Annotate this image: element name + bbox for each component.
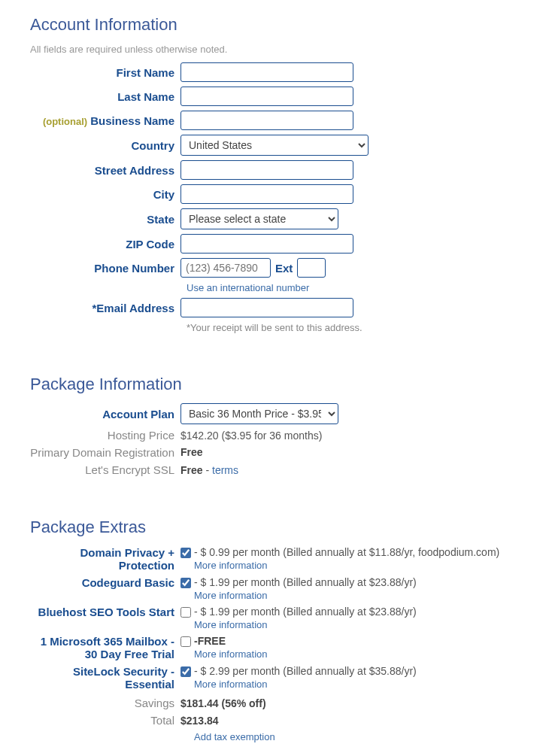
first-name-label: First Name [30,66,180,79]
email-label: *Email Address [30,302,180,314]
extra-price-privacy: - $ 0.99 per month (Billed annually at $… [194,546,499,558]
extra-price-seo: - $ 1.99 per month (Billed annually at $… [194,606,417,618]
extra-price-codeguard: - $ 1.99 per month (Billed annually at $… [194,576,417,588]
extra-checkbox-privacy[interactable] [180,548,191,558]
total-label: Total [30,714,180,727]
zip-input[interactable] [180,234,353,254]
ssl-terms-link[interactable]: terms [212,464,238,476]
account-heading: Account Information [30,15,519,35]
ssl-label: Let's Encrypt SSL [30,463,180,476]
intl-number-link[interactable]: Use an international number [187,282,519,293]
hosting-price-value: $142.20 ($3.95 for 36 months) [180,430,322,442]
more-info-link[interactable]: More information [194,560,519,571]
extra-price-sitelock: - $ 2.99 per month (Billed annually at $… [194,665,417,677]
savings-label: Savings [30,697,180,709]
optional-tag: (optional) [43,116,87,127]
extra-checkbox-codeguard[interactable] [180,578,191,588]
business-name-input[interactable] [180,111,353,130]
country-select[interactable]: United States [180,135,369,156]
email-note: *Your receipt will be sent to this addre… [187,322,519,333]
ext-label: Ext [275,262,293,275]
ssl-free: Free [180,464,203,476]
city-input[interactable] [180,184,353,204]
more-info-link[interactable]: More information [194,648,519,660]
extra-checkbox-seo[interactable] [180,607,191,618]
business-name-label: (optional) Business Name [30,114,180,127]
state-select[interactable]: Please select a state [180,208,338,229]
required-note: All fields are required unless otherwise… [30,44,519,55]
city-label: City [30,188,180,201]
extra-label-privacy: Domain Privacy + Protection [30,546,180,572]
extra-checkbox-m365[interactable] [180,636,191,647]
extras-heading: Package Extras [30,518,519,537]
country-label: Country [30,139,180,152]
street-label: Street Address [30,164,180,177]
last-name-label: Last Name [30,90,180,103]
zip-label: ZIP Code [30,238,180,250]
street-input[interactable] [180,160,353,180]
state-label: State [30,213,180,226]
hosting-price-label: Hosting Price [30,429,180,442]
ext-input[interactable] [297,258,326,278]
more-info-link[interactable]: More information [194,619,519,630]
phone-label: Phone Number [30,262,180,275]
extra-label-sitelock: SiteLock Security - Essential [30,665,180,691]
add-tax-link[interactable]: Add tax exemption [194,731,275,742]
account-section: Account Information All fields are requi… [30,15,519,333]
domain-reg-value: Free [180,446,203,458]
last-name-input[interactable] [180,87,353,106]
extra-label-m365: 1 Microsoft 365 Mailbox - 30 Day Free Tr… [30,635,180,660]
first-name-input[interactable] [180,62,353,82]
extras-section: Package Extras Domain Privacy + Protecti… [30,518,519,742]
extra-checkbox-sitelock[interactable] [180,666,191,677]
extra-price-m365: -FREE [194,635,226,647]
phone-input[interactable] [180,258,271,278]
package-heading: Package Information [30,375,519,394]
package-section: Package Information Account Plan Basic 3… [30,375,519,476]
savings-value: $181.44 (56% off) [180,697,266,709]
total-value: $213.84 [180,715,219,727]
more-info-link[interactable]: More information [194,590,519,601]
email-input[interactable] [180,298,353,317]
extra-label-seo: Bluehost SEO Tools Start [30,606,180,618]
plan-label: Account Plan [30,408,180,421]
more-info-link[interactable]: More information [194,679,519,690]
extra-label-codeguard: Codeguard Basic [30,576,180,589]
plan-select[interactable]: Basic 36 Month Price - $3.95/mo. [180,403,338,424]
domain-reg-label: Primary Domain Registration [30,446,180,459]
